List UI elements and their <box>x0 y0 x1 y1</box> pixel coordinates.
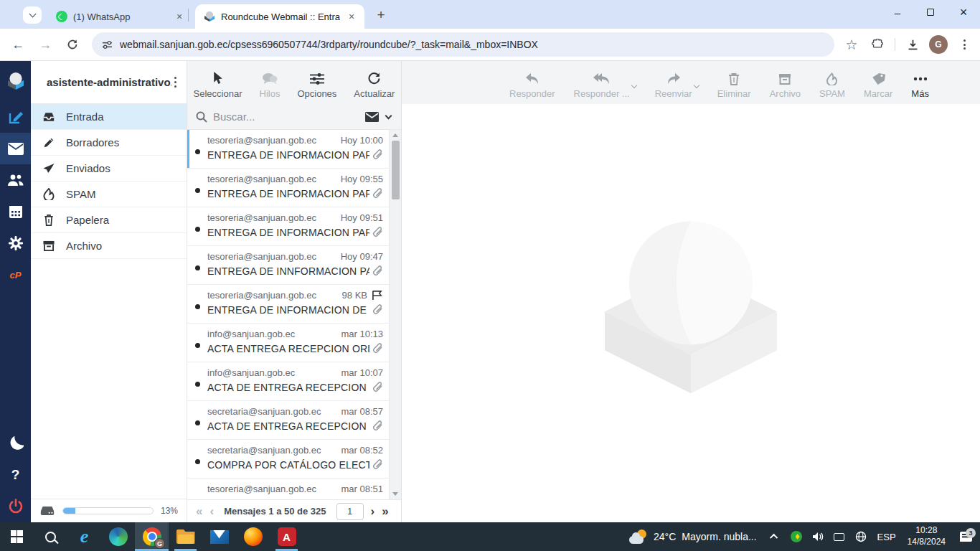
extensions-button[interactable] <box>866 33 889 56</box>
spam-button[interactable]: SPAM <box>819 72 845 99</box>
forward-button[interactable]: Reenviar <box>655 72 692 99</box>
mail-nav-button[interactable] <box>0 133 31 164</box>
message-row[interactable]: secretaria@sanjuan.gob.ecmar 08:57 ACTA … <box>187 401 389 440</box>
close-window-button[interactable]: × <box>947 0 980 24</box>
message-row[interactable]: info@sanjuan.gob.ecmar 10:07 ACTA DE ENT… <box>187 362 389 401</box>
reply-all-button[interactable]: Responder ... <box>574 72 630 99</box>
taskbar-search-button[interactable] <box>34 522 67 551</box>
weather-widget[interactable]: 24°C Mayorm. nubla... <box>622 529 764 544</box>
select-button[interactable]: Seleccionar <box>194 72 242 99</box>
screen: (1) WhatsApp × Roundcube Webmail :: Entr… <box>0 0 980 551</box>
scrollbar-thumb[interactable] <box>392 141 400 199</box>
search-scope-mail-icon[interactable] <box>365 112 379 122</box>
network-tray-icon[interactable] <box>852 531 870 542</box>
address-bar[interactable]: webmail.sanjuan.gob.ec/cpsess6960507744/… <box>92 32 834 57</box>
volume-tray-icon[interactable] <box>809 532 826 542</box>
threads-button[interactable]: Hilos <box>260 72 281 99</box>
folder-entrada[interactable]: Entrada <box>31 104 187 130</box>
language-indicator[interactable]: ESP <box>872 532 902 542</box>
options-button[interactable]: Opciones <box>297 72 336 99</box>
folder-spam[interactable]: SPAM <box>31 182 187 207</box>
edge-button[interactable] <box>101 522 135 551</box>
clock[interactable]: 10:28 14/8/2024 <box>902 525 951 547</box>
flag-icon[interactable] <box>372 290 383 301</box>
forward-menu-caret[interactable] <box>693 83 699 88</box>
message-subject: ENTREGA DE INFORMACION PAR... <box>207 188 369 199</box>
delete-button[interactable]: Eliminar <box>717 72 751 99</box>
tab-roundcube[interactable]: Roundcube Webmail :: Entrada × <box>195 4 364 29</box>
search-input[interactable] <box>213 110 359 123</box>
message-row[interactable]: tesoreria@sanjuan.gob.ecHoy 09:47 ENTREG… <box>187 246 389 285</box>
firefox-button[interactable] <box>236 522 270 551</box>
display-tray-icon[interactable] <box>831 533 848 541</box>
logout-button[interactable] <box>0 491 31 522</box>
more-button[interactable]: Más <box>911 72 929 99</box>
weather-desc: Mayorm. nubla... <box>682 531 756 542</box>
tab-search-button[interactable] <box>23 6 42 24</box>
message-row[interactable]: secretaria@sanjuan.gob.ecmar 08:52 COMPR… <box>187 440 389 479</box>
message-row[interactable]: tesoreria@sanjuan.gob.ecHoy 09:55 ENTREG… <box>187 169 389 207</box>
message-date: Hoy 10:00 <box>341 135 383 146</box>
refresh-button[interactable]: Actualizar <box>354 72 395 99</box>
first-page-button[interactable]: « <box>196 505 202 517</box>
message-row[interactable]: tesoreria@sanjuan.gob.ecmar 08:51 <box>187 479 389 499</box>
page-number-input[interactable]: 1 <box>336 503 364 520</box>
close-tab-icon[interactable]: × <box>174 11 185 22</box>
folder-options-button[interactable] <box>171 74 180 91</box>
message-row[interactable]: tesoreria@sanjuan.gob.ecHoy 10:00 ENTREG… <box>187 130 389 169</box>
cpanel-button[interactable]: cP <box>0 259 31 291</box>
file-explorer-button[interactable] <box>169 522 202 551</box>
attachment-icon <box>372 149 383 161</box>
help-button[interactable]: ? <box>0 459 31 491</box>
folder-papelera[interactable]: Papelera <box>31 207 187 233</box>
roundcube-logo[interactable] <box>0 61 31 101</box>
profile-avatar[interactable]: G <box>927 33 950 56</box>
bookmark-star-button[interactable]: ☆ <box>840 33 863 56</box>
reload-button[interactable] <box>60 32 85 57</box>
browser-menu-button[interactable] <box>953 33 976 56</box>
message-row[interactable]: tesoreria@sanjuan.gob.ecHoy 09:51 ENTREG… <box>187 207 389 246</box>
dark-mode-button[interactable] <box>0 428 31 459</box>
reply-button[interactable]: Responder <box>509 72 555 99</box>
list-scrollbar[interactable] <box>389 130 401 499</box>
folder-enviados[interactable]: Enviados <box>31 156 187 182</box>
prev-page-button[interactable]: ‹ <box>209 505 214 517</box>
compose-button[interactable] <box>0 101 31 133</box>
close-tab-icon[interactable]: × <box>346 11 357 22</box>
next-page-button[interactable]: › <box>371 505 375 517</box>
contacts-nav-button[interactable] <box>0 164 31 196</box>
tab-divider <box>188 9 189 22</box>
folder-archivo[interactable]: Archivo <box>31 233 187 259</box>
tab-whatsapp[interactable]: (1) WhatsApp × <box>47 4 192 29</box>
new-tab-button[interactable]: + <box>372 6 390 24</box>
search-options-caret[interactable] <box>385 112 392 119</box>
settings-nav-button[interactable] <box>0 227 31 259</box>
antivirus-tray-icon[interactable] <box>788 531 805 542</box>
acrobat-button[interactable]: A <box>270 522 303 551</box>
internet-explorer-button[interactable]: e <box>67 522 101 551</box>
folder-icon <box>176 529 195 544</box>
message-row[interactable]: info@sanjuan.gob.ecmar 10:13 ACTA ENTREG… <box>187 324 389 362</box>
last-page-button[interactable]: » <box>382 505 388 517</box>
maximize-button[interactable] <box>914 0 947 24</box>
calendar-nav-button[interactable] <box>0 196 31 227</box>
archive-button[interactable]: Archivo <box>770 72 801 99</box>
mark-button[interactable]: Marcar <box>864 72 892 99</box>
downloads-button[interactable] <box>901 33 924 56</box>
message-row[interactable]: tesoreria@sanjuan.gob.ec 98 KB ENTREGA D… <box>187 285 389 324</box>
url-text[interactable]: webmail.sanjuan.gob.ec/cpsess6960507744/… <box>120 39 538 50</box>
mail-app-button[interactable] <box>202 522 236 551</box>
back-button[interactable]: ← <box>6 32 30 57</box>
sliders-icon <box>310 72 324 85</box>
reply-all-menu-caret[interactable] <box>631 83 636 88</box>
notification-center-button[interactable]: 3 <box>951 532 980 542</box>
minimize-button[interactable]: – <box>881 0 914 24</box>
chrome-button[interactable]: G <box>135 522 169 551</box>
site-info-icon[interactable] <box>102 39 113 50</box>
tray-expand-button[interactable] <box>766 534 783 540</box>
folder-borradores[interactable]: Borradores <box>31 130 187 156</box>
start-button[interactable] <box>0 522 34 551</box>
scroll-up-arrow[interactable] <box>392 133 398 137</box>
scroll-down-arrow[interactable] <box>392 492 398 496</box>
forward-button[interactable]: → <box>33 32 57 57</box>
